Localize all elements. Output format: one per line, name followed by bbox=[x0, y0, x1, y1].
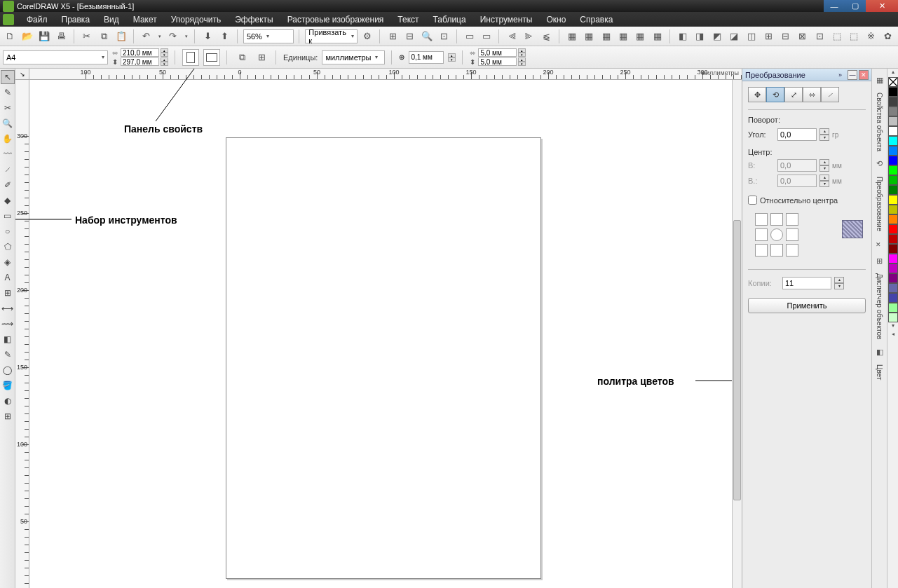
tab-size[interactable]: ⬄ bbox=[803, 87, 821, 102]
new-button[interactable]: 🗋 bbox=[3, 29, 17, 44]
paper-size-combo[interactable]: A4 ▾ bbox=[3, 50, 108, 64]
undo-dropdown[interactable]: ▾ bbox=[156, 29, 163, 44]
fill-tool[interactable]: 🪣 bbox=[1, 378, 15, 392]
cx-spinner[interactable]: ▴▾ bbox=[819, 159, 829, 172]
anchor-bc[interactable] bbox=[770, 244, 783, 257]
color-swatch[interactable] bbox=[888, 136, 898, 146]
color-swatch[interactable] bbox=[888, 165, 898, 175]
interactive-tool[interactable]: ◧ bbox=[1, 332, 15, 346]
color-swatch[interactable] bbox=[888, 195, 898, 205]
color-swatch[interactable] bbox=[888, 283, 898, 293]
tb-icon-3[interactable]: 🔍 bbox=[420, 29, 434, 44]
anchor-mc[interactable] bbox=[770, 228, 783, 241]
color-swatch[interactable] bbox=[888, 264, 898, 273]
docker-tab-icon-3[interactable]: ⊞ bbox=[874, 255, 885, 266]
text-tool[interactable]: A bbox=[1, 271, 15, 285]
pick-tool[interactable]: ↖ bbox=[1, 70, 15, 84]
color-swatch[interactable] bbox=[888, 313, 898, 322]
color-swatch[interactable] bbox=[888, 185, 898, 195]
tab-position[interactable]: ✥ bbox=[748, 87, 766, 102]
angle-spinner[interactable]: ▴▾ bbox=[819, 128, 829, 141]
print-button[interactable]: 🖶 bbox=[54, 29, 68, 44]
ruler-origin[interactable]: ↘ bbox=[15, 69, 29, 80]
units-combo[interactable]: миллиметры ▾ bbox=[322, 50, 385, 64]
snap-combo[interactable]: Привязать к ▾ bbox=[305, 29, 357, 43]
tb-icon-q[interactable]: ⬚ bbox=[847, 29, 861, 44]
menu-file[interactable]: Файл bbox=[20, 13, 55, 26]
app-menu-icon[interactable] bbox=[3, 14, 14, 25]
palette-down-button[interactable]: ▾ bbox=[887, 322, 898, 331]
interactive-fill-tool[interactable]: ◐ bbox=[1, 394, 15, 408]
tb-icon-s[interactable]: ✿ bbox=[881, 29, 895, 44]
nudge-spinner[interactable]: ▴▾ bbox=[448, 53, 456, 62]
menu-edit[interactable]: Правка bbox=[55, 13, 97, 26]
apply-button[interactable]: Применить bbox=[748, 298, 866, 313]
pages-icon-1[interactable]: ⧉ bbox=[234, 50, 250, 65]
dimension-tool[interactable]: ⟷ bbox=[1, 301, 15, 315]
menu-text[interactable]: Текст bbox=[390, 13, 426, 26]
shape-tool[interactable]: ✎ bbox=[1, 86, 15, 100]
tb-icon-h[interactable]: ◨ bbox=[693, 29, 707, 44]
redo-button[interactable]: ↷ bbox=[165, 29, 179, 44]
cx-input[interactable] bbox=[777, 159, 817, 172]
tb-icon-d[interactable]: ▦ bbox=[616, 29, 630, 44]
menu-table[interactable]: Таблица bbox=[426, 13, 473, 26]
maximize-button[interactable]: ▢ bbox=[845, 0, 866, 12]
tb-icon-l[interactable]: ⊞ bbox=[761, 29, 775, 44]
close-button[interactable]: ✕ bbox=[866, 0, 898, 12]
zoom-combo[interactable]: 56% ▾ bbox=[243, 29, 294, 43]
export-button[interactable]: ⬆ bbox=[218, 29, 232, 44]
color-swatch[interactable] bbox=[888, 214, 898, 224]
pages-icon-2[interactable]: ⊞ bbox=[254, 50, 269, 65]
tab-rotate[interactable]: ⟲ bbox=[766, 87, 784, 102]
relative-checkbox[interactable] bbox=[748, 196, 757, 205]
color-swatch[interactable] bbox=[888, 107, 898, 116]
height-spinner[interactable]: ▴▾ bbox=[161, 57, 168, 66]
cy-input[interactable] bbox=[777, 175, 817, 187]
docker-tab-icon-4[interactable]: ◧ bbox=[874, 346, 885, 357]
menu-layout[interactable]: Макет bbox=[126, 13, 164, 26]
tab-skew[interactable]: ⟋ bbox=[821, 87, 839, 102]
menu-bitmaps[interactable]: Растровые изображения bbox=[280, 13, 391, 26]
anchor-tr[interactable] bbox=[786, 213, 798, 226]
menu-view[interactable]: Вид bbox=[97, 13, 126, 26]
zoom-tool[interactable]: 🔍 bbox=[1, 116, 15, 130]
color-swatch[interactable] bbox=[888, 273, 898, 283]
nudge-input[interactable] bbox=[409, 51, 444, 64]
smart-fill-tool[interactable]: ◆ bbox=[1, 193, 15, 207]
color-swatch[interactable] bbox=[888, 87, 898, 97]
docker-close-button[interactable]: ✕ bbox=[859, 70, 869, 80]
dup-y-input[interactable] bbox=[478, 57, 517, 66]
tb-icon-m[interactable]: ⊟ bbox=[778, 29, 792, 44]
docker-minimize-button[interactable]: — bbox=[848, 70, 857, 80]
ruler-vertical[interactable]: 30025020015010050 bbox=[15, 80, 29, 588]
tb-icon-p[interactable]: ⬚ bbox=[830, 29, 844, 44]
copy-button[interactable]: ⧉ bbox=[97, 29, 111, 44]
canvas-area[interactable]: ↘ миллиметры 10050050100150200250300 300… bbox=[15, 69, 742, 588]
connector-tool[interactable]: ⟿ bbox=[1, 317, 15, 331]
copies-spinner[interactable]: ▴▾ bbox=[834, 277, 844, 289]
page[interactable] bbox=[226, 137, 541, 579]
cut-button[interactable]: ✂ bbox=[80, 29, 94, 44]
docker-tab-objects[interactable]: Диспетчер объектов bbox=[874, 269, 885, 343]
width-spinner[interactable]: ▴▾ bbox=[161, 48, 168, 57]
color-swatch[interactable] bbox=[888, 205, 898, 214]
crop-tool[interactable]: ✂ bbox=[1, 101, 15, 115]
menu-tools[interactable]: Инструменты bbox=[473, 13, 540, 26]
page-height-input[interactable] bbox=[121, 57, 159, 66]
artistic-tool[interactable]: ✐ bbox=[1, 178, 15, 192]
color-swatch[interactable] bbox=[888, 126, 898, 136]
angle-input[interactable] bbox=[777, 128, 817, 141]
landscape-button[interactable] bbox=[203, 49, 220, 66]
copies-input[interactable] bbox=[782, 277, 831, 289]
dup-y-spinner[interactable]: ▴▾ bbox=[518, 57, 526, 66]
tb-icon-f[interactable]: ▦ bbox=[651, 29, 665, 44]
redo-dropdown[interactable]: ▾ bbox=[183, 29, 189, 44]
tab-scale[interactable]: ⤢ bbox=[784, 87, 803, 102]
scrollbar-thumb[interactable] bbox=[733, 220, 741, 500]
ruler-horizontal[interactable]: миллиметры 10050050100150200250300 bbox=[29, 69, 742, 80]
docker-tab-icon-2[interactable]: ⟲ bbox=[874, 158, 885, 170]
mesh-tool[interactable]: ⊞ bbox=[1, 409, 15, 423]
docker-tab-properties[interactable]: Свойства объекта bbox=[874, 88, 885, 156]
import-button[interactable]: ⬇ bbox=[200, 29, 215, 44]
